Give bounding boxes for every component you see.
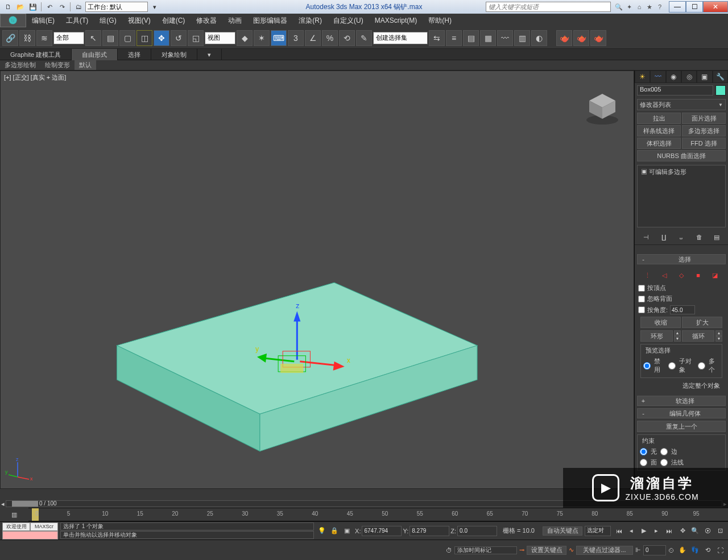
menu-help[interactable]: 帮助(H) bbox=[423, 14, 457, 27]
workbench-combo[interactable]: 工作台: 默认 bbox=[85, 2, 148, 12]
border-level-icon[interactable]: ◇ bbox=[676, 270, 686, 280]
material-editor-icon[interactable]: ◐ bbox=[531, 30, 547, 46]
trackbar-track[interactable]: 0 5 10 15 20 25 30 35 40 45 50 55 60 65 … bbox=[28, 508, 728, 521]
nav-orbit-icon[interactable]: ⟲ bbox=[702, 545, 713, 556]
mod-btn-ffdsel[interactable]: FFD 选择 bbox=[682, 138, 726, 149]
ignore-backfacing-checkbox[interactable] bbox=[638, 296, 645, 302]
ref-coord-combo[interactable]: 视图 bbox=[205, 32, 235, 44]
rollout-softselection[interactable]: +软选择 bbox=[637, 396, 726, 406]
exchange-icon[interactable]: ⌂ bbox=[635, 2, 644, 11]
pin-stack-icon[interactable]: ⊣ bbox=[641, 232, 651, 242]
search-icon[interactable]: 🔍 bbox=[614, 2, 623, 11]
key-filters-icon[interactable]: ∿ bbox=[569, 546, 574, 554]
ribbon-expand-icon[interactable]: ▾ bbox=[197, 49, 222, 60]
shrink-button[interactable]: 收缩 bbox=[640, 317, 681, 328]
graphite-toggle-icon[interactable]: ▦ bbox=[480, 30, 496, 46]
menu-customize[interactable]: 自定义(U) bbox=[328, 14, 369, 27]
edit-named-sel-icon[interactable]: ✎ bbox=[356, 30, 372, 46]
repeat-last-button[interactable]: 重复上一个 bbox=[637, 421, 726, 432]
favorite-icon[interactable]: ★ bbox=[645, 2, 654, 11]
tab-modify-icon[interactable]: 〰 bbox=[650, 70, 665, 83]
menu-modifiers[interactable]: 修改器 bbox=[191, 14, 222, 27]
subtab-default[interactable]: 默认 bbox=[75, 60, 96, 70]
minimize-button[interactable]: — bbox=[669, 1, 686, 13]
maximize-button[interactable]: ☐ bbox=[686, 1, 703, 13]
link-icon[interactable]: ⛓ bbox=[19, 30, 35, 46]
ribbon-tab-graphite[interactable]: Graphite 建模工具 bbox=[0, 49, 72, 60]
constrain-face-radio[interactable] bbox=[640, 459, 647, 466]
viewport-pan-icon[interactable]: ✥ bbox=[677, 525, 688, 537]
nav-walk-icon[interactable]: 👣 bbox=[689, 545, 701, 556]
stack-item[interactable]: ▣ 可编辑多边形 bbox=[639, 167, 724, 177]
named-sel-combo[interactable]: 创建选择集 bbox=[373, 32, 428, 44]
object-color-swatch[interactable] bbox=[715, 85, 726, 96]
move-icon[interactable]: ✥ bbox=[154, 30, 169, 46]
ribbon-tab-paint[interactable]: 对象绘制 bbox=[151, 49, 197, 60]
new-icon[interactable]: 🗋 bbox=[2, 2, 14, 12]
trackbar-toggle-icon[interactable]: ▥ bbox=[0, 508, 28, 521]
menu-maxscript[interactable]: MAXScript(M) bbox=[369, 14, 423, 27]
preview-multi-radio[interactable] bbox=[698, 362, 705, 370]
prev-frame-icon[interactable]: ◂ bbox=[626, 525, 637, 537]
window-crossing-icon[interactable]: ◫ bbox=[136, 30, 152, 46]
viewport[interactable]: [+] [正交] [真实 + 边面] z y x bbox=[0, 70, 634, 489]
subtab-polydraw[interactable]: 多边形绘制 bbox=[0, 60, 40, 70]
remove-mod-icon[interactable]: 🗑 bbox=[694, 232, 704, 242]
element-level-icon[interactable]: ◪ bbox=[710, 270, 720, 280]
rollout-editgeometry[interactable]: -编辑几何体 bbox=[637, 408, 726, 418]
undo-icon[interactable]: ↶ bbox=[44, 2, 55, 12]
by-angle-checkbox[interactable] bbox=[638, 306, 645, 313]
tab-display-icon[interactable]: ▣ bbox=[697, 70, 712, 83]
menu-tools[interactable]: 工具(T) bbox=[60, 14, 94, 27]
selection-lock-icon[interactable]: 🔒 bbox=[329, 525, 340, 537]
render-setup-icon[interactable]: 🫖 bbox=[556, 30, 572, 46]
ribbon-tab-selection[interactable]: 选择 bbox=[118, 49, 151, 60]
angle-spinner[interactable] bbox=[670, 305, 695, 314]
render-icon[interactable]: 🫖 bbox=[590, 30, 606, 46]
key-filters-button[interactable]: 关键点过滤器... bbox=[576, 546, 633, 555]
macro-recorder[interactable] bbox=[2, 531, 58, 540]
keyboard-shortcut-icon[interactable]: ⌨ bbox=[271, 30, 287, 46]
object-name-field[interactable]: Box005 bbox=[637, 85, 713, 96]
application-button[interactable]: 🅖 bbox=[0, 14, 26, 27]
viewport-zoom-icon[interactable]: 🔍 bbox=[689, 525, 701, 537]
qat-dropdown-icon[interactable]: ▾ bbox=[149, 2, 160, 12]
preview-disable-radio[interactable] bbox=[643, 362, 651, 370]
mod-btn-splinesel[interactable]: 样条线选择 bbox=[637, 125, 681, 136]
modifier-list-dropdown[interactable]: 修改器列表 bbox=[637, 99, 726, 110]
set-key-button[interactable]: 设置关键点 bbox=[527, 546, 566, 555]
coord-z-input[interactable] bbox=[457, 526, 497, 536]
redo-icon[interactable]: ↷ bbox=[56, 2, 68, 12]
menu-create[interactable]: 创建(C) bbox=[156, 14, 191, 27]
percent-snap-icon[interactable]: % bbox=[322, 30, 338, 46]
manipulate-icon[interactable]: ✶ bbox=[254, 30, 270, 46]
preview-subobj-radio[interactable] bbox=[668, 362, 676, 370]
goto-start-icon[interactable]: ⏮ bbox=[613, 525, 624, 537]
pivot-icon[interactable]: ◆ bbox=[237, 30, 253, 46]
current-frame-input[interactable] bbox=[643, 545, 666, 555]
tab-motion-icon[interactable]: ◎ bbox=[681, 70, 697, 83]
modifier-stack[interactable]: ▣ 可编辑多边形 bbox=[637, 165, 726, 227]
project-icon[interactable]: 🗂 bbox=[73, 2, 84, 12]
angle-snap-icon[interactable]: ∠ bbox=[305, 30, 321, 46]
ring-button[interactable]: 环形 bbox=[640, 330, 673, 342]
configure-sets-icon[interactable]: ▤ bbox=[712, 232, 722, 242]
unlink-icon[interactable]: 🔗 bbox=[2, 30, 18, 46]
communicate-icon[interactable]: ✦ bbox=[624, 2, 634, 11]
loop-button[interactable]: 循环 bbox=[682, 330, 714, 342]
render-frame-icon[interactable]: 🫖 bbox=[573, 30, 589, 46]
menu-animation[interactable]: 动画 bbox=[222, 14, 247, 27]
spinner-snap-icon[interactable]: ⟲ bbox=[339, 30, 355, 46]
auto-key-button[interactable]: 自动关键点 bbox=[543, 526, 582, 536]
time-config-icon[interactable]: ⏲ bbox=[668, 547, 675, 554]
schematic-view-icon[interactable]: ▥ bbox=[514, 30, 530, 46]
constrain-edge-radio[interactable] bbox=[660, 448, 668, 455]
mod-btn-extrude[interactable]: 拉出 bbox=[637, 113, 681, 124]
subtab-paintdeform[interactable]: 绘制变形 bbox=[40, 60, 75, 70]
select-rect-icon[interactable]: ▢ bbox=[119, 30, 135, 46]
viewport-zoom-ext-icon[interactable]: ⊡ bbox=[714, 525, 726, 537]
menu-group[interactable]: 组(G) bbox=[94, 14, 122, 27]
mod-btn-patchsel[interactable]: 面片选择 bbox=[682, 113, 726, 124]
selected-dropdown[interactable]: 选定对 bbox=[585, 526, 611, 536]
mirror-icon[interactable]: ⇆ bbox=[429, 30, 445, 46]
